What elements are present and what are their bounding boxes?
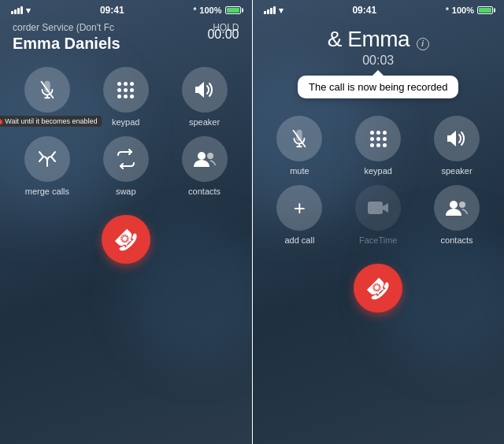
status-right-right: * 100%: [446, 6, 493, 15]
svg-point-6: [459, 202, 465, 208]
add-call-circle[interactable]: +: [276, 185, 322, 231]
time-right: 09:41: [352, 5, 376, 16]
merge-circle[interactable]: [24, 136, 70, 182]
call-header-right: & Emma i 00:03: [253, 19, 505, 71]
end-call-btn-left[interactable]: ☎: [102, 215, 150, 264]
mute-circle-right[interactable]: [276, 116, 322, 161]
mute-circle-left[interactable]: [24, 67, 70, 113]
end-call-container-right: ☎: [253, 264, 505, 313]
speaker-btn-left[interactable]: speaker: [169, 67, 241, 127]
contacts-btn-right[interactable]: contacts: [421, 185, 493, 245]
status-right-left: * 100%: [193, 6, 240, 15]
signal-icon-right: [264, 6, 276, 14]
contacts-icon-left: [194, 150, 216, 168]
battery-pct-right: 100%: [452, 6, 474, 15]
speaker-icon-right: [447, 130, 467, 147]
keypad-label-left: keypad: [112, 117, 139, 127]
speaker-circle-right[interactable]: [434, 116, 480, 161]
wifi-icon-left: ▾: [26, 6, 31, 16]
call-timer-left: 00:00: [207, 28, 239, 42]
mute-icon-left: [39, 80, 56, 100]
mute-tooltip: Wait until it becomes enabled: [0, 116, 102, 127]
time-left: 09:41: [100, 5, 124, 16]
facetime-label: FaceTime: [359, 235, 398, 245]
contacts-icon-right: [446, 198, 468, 217]
battery-pct-left: 100%: [199, 6, 221, 15]
facetime-btn: FaceTime: [342, 185, 414, 245]
keypad-icon-right: [370, 131, 387, 147]
bluetooth-icon-left: *: [193, 6, 196, 15]
contacts-circle-left[interactable]: [182, 136, 228, 182]
swap-btn[interactable]: swap: [90, 136, 162, 196]
mute-btn-right[interactable]: mute: [264, 116, 336, 176]
swap-icon: [116, 149, 136, 169]
svg-rect-4: [368, 202, 383, 214]
merge-icon: [37, 149, 57, 169]
contacts-label-right: contacts: [441, 235, 473, 245]
caller-name-right: & Emma: [328, 27, 410, 51]
wifi-icon-right: ▾: [279, 6, 284, 16]
mute-tooltip-text: Wait until it becomes enabled: [5, 117, 97, 125]
button-grid-left: Wait until it becomes enabled mute keypa…: [0, 59, 252, 204]
left-phone-panel: ▾ 09:41 * 100% corder Service (Don't Fc …: [0, 0, 252, 444]
call-header-left: corder Service (Don't Fc HOLD Emma Danie…: [0, 19, 252, 59]
recording-tooltip: The call is now being recorded: [298, 76, 458, 98]
battery-icon-right: [477, 6, 493, 14]
contacts-btn-left[interactable]: contacts: [169, 136, 241, 196]
swap-circle[interactable]: [103, 136, 149, 182]
battery-icon-left: [225, 6, 241, 14]
speaker-btn-right[interactable]: speaker: [421, 116, 493, 176]
status-bar-left: ▾ 09:41 * 100%: [0, 0, 252, 19]
svg-point-2: [207, 153, 213, 159]
add-call-label: add call: [284, 235, 314, 245]
merge-calls-label: merge calls: [25, 187, 69, 196]
add-call-icon: +: [294, 198, 306, 218]
merge-calls-btn[interactable]: merge calls: [11, 136, 83, 196]
end-call-icon-right: ☎: [361, 271, 396, 306]
facetime-icon: [367, 199, 389, 216]
speaker-label-right: speaker: [442, 166, 472, 176]
add-call-btn[interactable]: + add call: [264, 185, 336, 245]
tooltip-container: The call is now being recorded: [253, 71, 505, 105]
svg-point-5: [450, 201, 458, 209]
status-left-left: ▾: [11, 6, 31, 16]
caller-name-left: Emma Daniels: [13, 35, 120, 53]
speaker-label-left: speaker: [189, 117, 220, 127]
call-timer-right: 00:03: [265, 54, 492, 68]
facetime-circle: [355, 185, 401, 231]
status-left-right: ▾: [264, 6, 284, 16]
keypad-label-right: keypad: [365, 166, 392, 176]
keypad-btn-right[interactable]: keypad: [342, 116, 414, 176]
end-call-btn-right[interactable]: ☎: [354, 264, 402, 313]
status-bar-right: ▾ 09:41 * 100%: [253, 0, 505, 19]
recording-tooltip-text: The call is now being recorded: [309, 81, 447, 93]
svg-point-1: [198, 152, 206, 160]
speaker-icon-left: [195, 81, 215, 98]
contacts-circle-right[interactable]: [434, 185, 480, 231]
end-call-container-left: ☎: [0, 215, 252, 264]
bluetooth-icon-right: *: [446, 6, 449, 15]
contacts-label-left: contacts: [188, 187, 220, 196]
signal-icon-left: [11, 6, 23, 14]
end-call-icon-left: ☎: [108, 222, 143, 257]
keypad-circle-right[interactable]: [355, 116, 401, 161]
keypad-circle-left[interactable]: [103, 67, 149, 113]
keypad-icon-left: [117, 82, 134, 98]
speaker-circle-left[interactable]: [182, 67, 228, 113]
info-icon-right[interactable]: i: [417, 38, 429, 50]
mute-label-right: mute: [290, 166, 309, 176]
right-phone-panel: ▾ 09:41 * 100% & Emma i 00:03 The call i…: [253, 0, 505, 444]
recorder-label: corder Service (Don't Fc: [13, 22, 114, 33]
swap-label: swap: [116, 187, 136, 196]
mute-icon-right: [291, 128, 308, 149]
button-grid-right: mute keypad speaker: [253, 108, 505, 253]
mute-btn-left[interactable]: Wait until it becomes enabled mute: [11, 67, 83, 127]
